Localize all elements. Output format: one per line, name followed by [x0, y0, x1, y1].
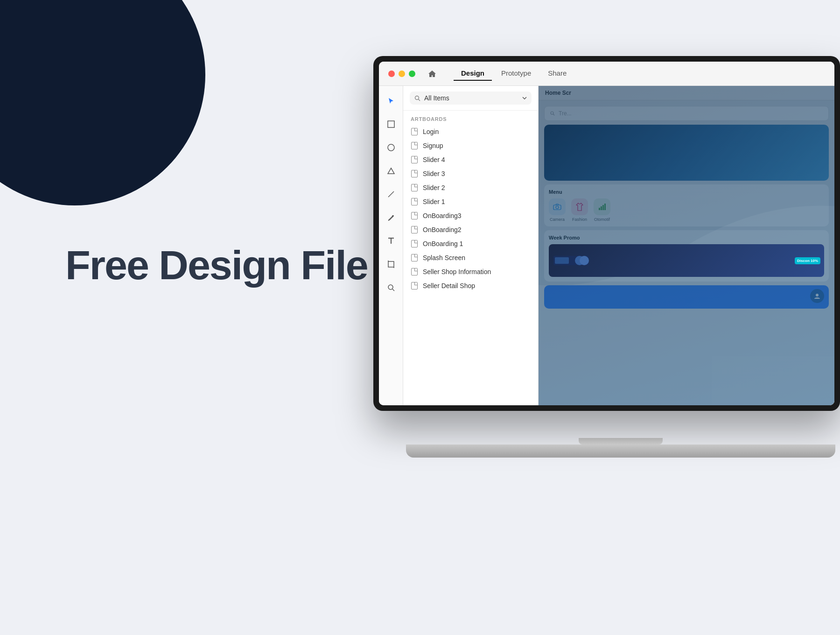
titlebar: Design Prototype Share [379, 62, 834, 86]
layer-item-splash[interactable]: Splash Screen [403, 251, 538, 265]
dropdown-icon [522, 97, 527, 99]
triangle-tool[interactable] [384, 163, 399, 178]
promo-badge: Discon 10% [795, 257, 820, 264]
page-icon-onboarding3 [411, 212, 418, 219]
layer-item-seller-shop[interactable]: Seller Shop Information [403, 265, 538, 279]
home-icon[interactable] [425, 66, 440, 81]
text-tool[interactable] [384, 233, 399, 248]
svg-point-1 [388, 144, 394, 151]
nav-tabs: Design Prototype Share [454, 66, 574, 81]
background-circle [0, 0, 205, 205]
svg-line-8 [392, 289, 394, 291]
page-icon-login [411, 128, 418, 135]
svg-rect-21 [555, 257, 569, 264]
layer-item-login[interactable]: Login [403, 125, 538, 139]
preview-hero-image [544, 125, 829, 181]
tab-prototype[interactable]: Prototype [494, 66, 539, 81]
laptop-base [406, 444, 835, 458]
svg-rect-4 [388, 261, 394, 267]
page-icon-splash [411, 254, 418, 261]
tab-share[interactable]: Share [540, 66, 574, 81]
preview-content: Tre... [539, 100, 834, 314]
page-icon-signup [411, 142, 418, 149]
svg-point-3 [392, 215, 393, 217]
layer-item-slider4[interactable]: Slider 4 [403, 153, 538, 167]
page-icon-onboarding2 [411, 226, 418, 233]
page-icon-seller-detail [411, 282, 418, 289]
search-tool[interactable] [384, 280, 399, 295]
tab-design[interactable]: Design [454, 66, 492, 81]
crop-tool[interactable] [384, 257, 399, 272]
layer-item-signup[interactable]: Signup [403, 139, 538, 153]
laptop-screen-bezel: Design Prototype Share [373, 56, 840, 411]
page-icon-onboarding1 [411, 240, 418, 247]
layers-search-bar: All Items [403, 86, 538, 111]
laptop-hinge [579, 438, 663, 444]
ellipse-tool[interactable] [384, 140, 399, 155]
svg-point-9 [415, 96, 419, 99]
layer-item-slider1[interactable]: Slider 1 [403, 195, 538, 209]
toolbar [379, 86, 403, 405]
page-icon-seller-shop [411, 268, 418, 275]
layer-item-seller-detail[interactable]: Seller Detail Shop [403, 279, 538, 293]
layer-item-onboarding3[interactable]: OnBoarding3 [403, 209, 538, 223]
select-tool[interactable] [384, 93, 399, 108]
svg-point-23 [580, 256, 589, 265]
laptop-screen: Design Prototype Share [379, 62, 834, 405]
preview-panel: Home Scr Tre... [539, 86, 834, 405]
app-body: All Items ARTBOARDS Login [379, 86, 834, 405]
maximize-button[interactable] [409, 71, 415, 77]
laptop-mockup: Design Prototype Share [373, 56, 840, 458]
line-tool[interactable] [384, 187, 399, 202]
layer-item-onboarding1[interactable]: OnBoarding 1 [403, 237, 538, 251]
page-headline: Free Design File [65, 243, 368, 288]
search-icon [414, 95, 420, 101]
layers-panel: All Items ARTBOARDS Login [403, 86, 539, 405]
artboards-section-header: ARTBOARDS [403, 111, 538, 125]
layer-item-slider3[interactable]: Slider 3 [403, 167, 538, 181]
traffic-lights [388, 71, 415, 77]
page-icon-slider4 [411, 156, 418, 163]
minimize-button[interactable] [399, 71, 405, 77]
svg-line-2 [388, 191, 394, 197]
svg-rect-13 [544, 125, 829, 181]
page-icon-slider3 [411, 170, 418, 177]
page-icon-slider1 [411, 198, 418, 205]
search-value: All Items [424, 94, 518, 102]
svg-line-10 [419, 99, 420, 101]
close-button[interactable] [388, 71, 395, 77]
page-icon-slider2 [411, 184, 418, 191]
rectangle-tool[interactable] [384, 117, 399, 132]
layer-item-onboarding2[interactable]: OnBoarding2 [403, 223, 538, 237]
svg-rect-0 [388, 121, 394, 127]
pen-tool[interactable] [384, 210, 399, 225]
preview-promo-banner: Discon 10% [549, 244, 824, 277]
svg-point-7 [388, 285, 393, 289]
search-input-wrapper[interactable]: All Items [410, 92, 532, 105]
layer-item-slider2[interactable]: Slider 2 [403, 181, 538, 195]
